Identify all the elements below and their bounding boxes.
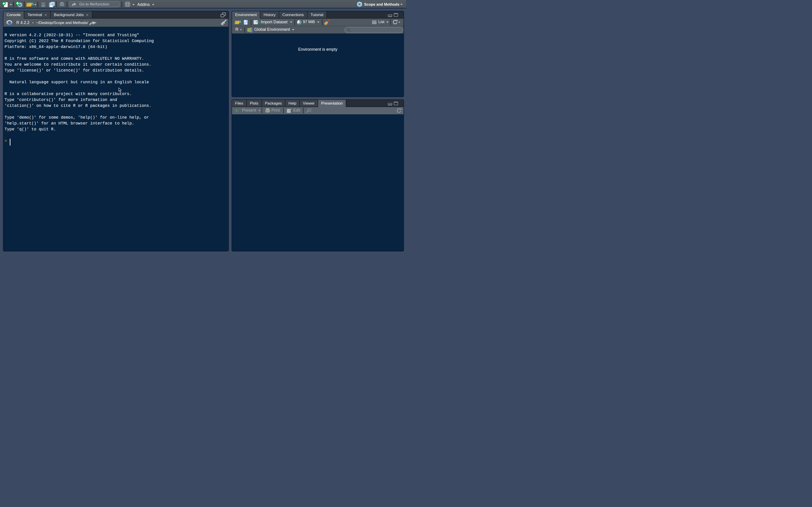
svg-text:R: R: [358, 2, 361, 6]
svg-text:R: R: [8, 21, 12, 26]
